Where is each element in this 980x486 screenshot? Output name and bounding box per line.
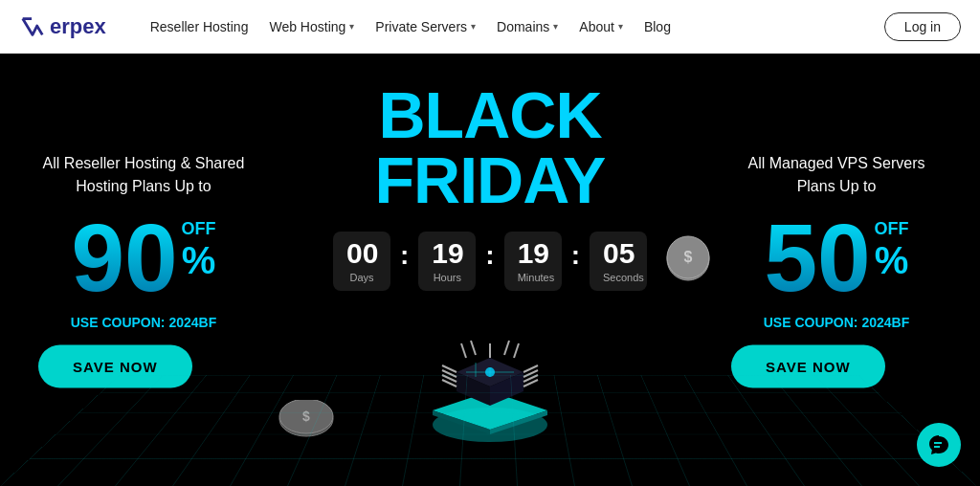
svg-line-15 — [461, 343, 466, 358]
svg-text:$: $ — [684, 249, 693, 265]
svg-marker-3 — [490, 410, 547, 434]
countdown-hours: 19 Hours — [418, 232, 476, 291]
chat-button[interactable] — [917, 423, 961, 467]
chevron-down-icon: ▾ — [349, 21, 354, 32]
countdown-seconds: 05 Seconds — [590, 232, 647, 291]
svg-marker-1 — [433, 391, 547, 430]
login-button[interactable]: Log in — [884, 12, 961, 41]
left-save-button[interactable]: SAVE NOW — [38, 345, 192, 388]
left-discount: 90 OFF % — [38, 210, 249, 305]
countdown-seconds-label: Seconds — [603, 272, 634, 283]
chevron-down-icon: ▾ — [471, 21, 476, 32]
left-coupon: USE COUPON: 2024BF — [38, 315, 249, 330]
coin-right-decoration: $ — [664, 235, 712, 283]
nav-item-reseller-hosting[interactable]: Reseller Hosting — [143, 13, 256, 40]
countdown-sep-2: : — [485, 240, 494, 271]
svg-point-25 — [279, 400, 333, 433]
right-percent-label: % — [875, 241, 909, 279]
right-off-label: OFF — [875, 219, 909, 239]
svg-line-16 — [471, 341, 476, 355]
nav-item-private-servers[interactable]: Private Servers ▾ — [368, 13, 483, 40]
svg-line-19 — [514, 343, 519, 358]
svg-point-23 — [485, 367, 495, 377]
nav-item-domains[interactable]: Domains ▾ — [489, 13, 566, 40]
nav-item-about[interactable]: About ▾ — [571, 13, 631, 40]
svg-marker-5 — [457, 372, 490, 406]
svg-line-9 — [442, 375, 457, 382]
svg-line-10 — [442, 380, 457, 387]
logo[interactable]: erpex — [19, 13, 106, 40]
svg-line-13 — [523, 375, 538, 382]
hero-section: All Reseller Hosting & Shared Hosting Pl… — [0, 54, 980, 486]
right-coupon-code: 2024BF — [861, 315, 909, 330]
right-description: All Managed VPS Servers Plans Up to — [731, 152, 942, 198]
chip-illustration — [413, 320, 567, 448]
countdown-hours-value: 19 — [432, 239, 462, 268]
nav-item-blog[interactable]: Blog — [636, 13, 679, 40]
nav-links: Reseller Hosting Web Hosting ▾ Private S… — [143, 13, 858, 40]
countdown-days-value: 00 — [346, 239, 377, 268]
countdown: 00 Days : 19 Hours : 19 Minutes : 05 Sec… — [337, 232, 643, 291]
right-discount-number: 50 — [764, 210, 870, 305]
svg-line-18 — [504, 341, 509, 355]
chevron-down-icon: ▾ — [553, 21, 558, 32]
svg-text:$: $ — [302, 409, 310, 424]
countdown-hours-label: Hours — [432, 272, 462, 283]
chevron-down-icon: ▾ — [618, 21, 623, 32]
bf-title-line2: FRIDAY — [337, 147, 643, 212]
left-coupon-code: 2024BF — [168, 315, 216, 330]
svg-marker-2 — [433, 410, 490, 434]
right-coupon: USE COUPON: 2024BF — [731, 315, 942, 330]
left-discount-number: 90 — [71, 210, 177, 305]
countdown-sep-1: : — [400, 240, 409, 271]
hero-left: All Reseller Hosting & Shared Hosting Pl… — [38, 152, 249, 388]
svg-point-24 — [279, 402, 333, 436]
hero-right: All Managed VPS Servers Plans Up to 50 O… — [731, 152, 942, 388]
left-percent-label: % — [182, 241, 216, 279]
right-discount: 50 OFF % — [731, 210, 942, 305]
left-description: All Reseller Hosting & Shared Hosting Pl… — [38, 152, 249, 198]
svg-line-14 — [523, 380, 538, 387]
left-off-label: OFF — [182, 219, 216, 239]
countdown-minutes-value: 19 — [518, 239, 548, 268]
countdown-days: 00 Days — [333, 232, 390, 291]
bf-title-line1: BLACK — [337, 82, 643, 147]
countdown-sep-3: : — [571, 240, 580, 271]
countdown-seconds-value: 05 — [603, 239, 634, 268]
countdown-minutes-label: Minutes — [518, 272, 548, 283]
logo-text: erpex — [50, 14, 106, 39]
svg-marker-6 — [490, 372, 523, 406]
hero-center: BLACK FRIDAY 00 Days : 19 Hours : 19 Min… — [337, 82, 643, 291]
navbar: erpex Reseller Hosting Web Hosting ▾ Pri… — [0, 0, 980, 54]
right-save-button[interactable]: SAVE NOW — [731, 345, 885, 388]
countdown-minutes: 19 Minutes — [504, 232, 562, 291]
countdown-days-label: Days — [346, 272, 377, 283]
svg-point-0 — [433, 408, 547, 442]
coin-left-decoration: $ — [278, 400, 335, 438]
nav-item-web-hosting[interactable]: Web Hosting ▾ — [261, 13, 362, 40]
